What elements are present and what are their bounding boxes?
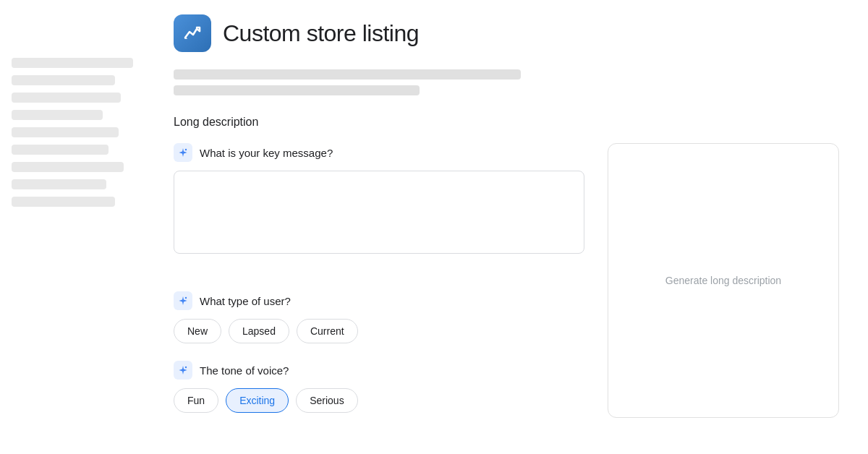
app-icon [174, 14, 211, 52]
user-type-question-row: What type of user? [174, 291, 584, 310]
user-type-section: What type of user? New Lapsed Current [174, 291, 584, 343]
header-skeleton-bar-2 [174, 85, 420, 95]
spark-svg [177, 147, 189, 158]
page-title: Custom store listing [223, 20, 419, 47]
chip-new[interactable]: New [174, 319, 221, 343]
tone-question-row: The tone of voice? [174, 361, 584, 380]
main-content: Custom store listing Long description [145, 0, 868, 454]
right-column: Generate long description [608, 143, 839, 418]
key-message-question-row: What is your key message? [174, 143, 584, 162]
chip-lapsed[interactable]: Lapsed [229, 319, 289, 343]
sidebar-skeleton-8 [12, 179, 106, 189]
chip-exciting[interactable]: Exciting [226, 388, 289, 413]
tone-chips: Fun Exciting Serious [174, 388, 584, 413]
ai-spark-icon [174, 143, 192, 162]
tone-label: The tone of voice? [200, 364, 289, 377]
sidebar-skeleton-3 [12, 93, 121, 103]
generate-panel: Generate long description [608, 143, 839, 418]
sidebar-skeleton-9 [12, 197, 115, 207]
sidebar-skeleton-6 [12, 145, 109, 155]
svg-point-1 [185, 149, 187, 150]
chip-serious[interactable]: Serious [296, 388, 357, 413]
sidebar-skeleton-7 [12, 162, 124, 172]
page-header: Custom store listing [174, 14, 839, 52]
user-type-label: What type of user? [200, 295, 291, 307]
sidebar-skeleton-2 [12, 75, 115, 85]
chip-fun[interactable]: Fun [174, 388, 218, 413]
section-title: Long description [174, 116, 839, 129]
ai-spark-icon-2 [174, 291, 192, 310]
sidebar-skeleton-4 [12, 110, 103, 120]
tone-section: The tone of voice? Fun Exciting Serious [174, 361, 584, 413]
app-icon-svg [182, 23, 203, 43]
left-column: What is your key message? What type o [174, 143, 584, 430]
long-description-section: Long description What is your key messag… [174, 116, 839, 430]
user-type-chips: New Lapsed Current [174, 319, 584, 343]
header-skeletons [174, 69, 839, 95]
spark-svg-3 [177, 364, 189, 376]
chip-current[interactable]: Current [297, 319, 358, 343]
svg-point-2 [185, 297, 187, 299]
two-column-layout: What is your key message? What type o [174, 143, 839, 430]
sidebar-skeleton-1 [12, 58, 133, 68]
svg-point-3 [185, 367, 187, 368]
key-message-input[interactable] [174, 171, 584, 254]
key-message-label: What is your key message? [200, 147, 333, 159]
header-skeleton-bar-1 [174, 69, 521, 80]
generate-long-description-button[interactable]: Generate long description [665, 275, 781, 286]
sidebar-skeleton-5 [12, 127, 119, 137]
spark-svg-2 [177, 295, 189, 307]
key-message-section: What is your key message? [174, 143, 584, 274]
ai-spark-icon-3 [174, 361, 192, 380]
sidebar [0, 0, 145, 454]
